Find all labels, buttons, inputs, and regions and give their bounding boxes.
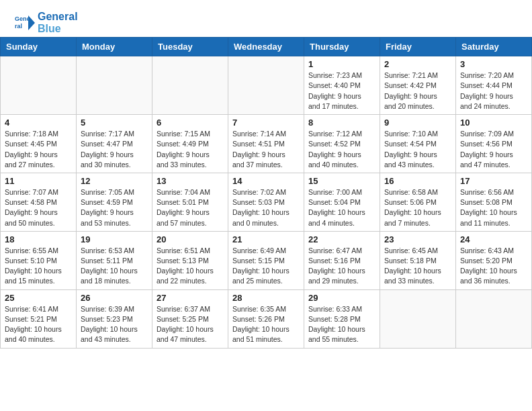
day-number: 22 xyxy=(308,234,375,244)
day-info: Sunrise: 6:51 AMSunset: 5:13 PMDaylight:… xyxy=(157,246,224,287)
day-info: Sunrise: 7:02 AMSunset: 5:03 PMDaylight:… xyxy=(232,187,300,228)
day-info: Sunrise: 7:10 AMSunset: 4:54 PMDaylight:… xyxy=(384,129,451,170)
day-number: 4 xyxy=(5,118,72,128)
calendar-cell: 22Sunrise: 6:47 AMSunset: 5:16 PMDayligh… xyxy=(304,231,380,289)
day-info: Sunrise: 7:18 AMSunset: 4:45 PMDaylight:… xyxy=(5,129,72,170)
calendar-cell: 9Sunrise: 7:10 AMSunset: 4:54 PMDaylight… xyxy=(380,115,456,173)
logo-icon: Gene ral xyxy=(13,11,36,34)
day-number: 20 xyxy=(157,234,224,244)
day-number: 21 xyxy=(232,234,300,244)
calendar-cell: 7Sunrise: 7:14 AMSunset: 4:51 PMDaylight… xyxy=(228,115,304,173)
weekday-header-wednesday: Wednesday xyxy=(228,38,304,56)
day-info: Sunrise: 7:17 AMSunset: 4:47 PMDaylight:… xyxy=(81,129,148,170)
calendar-cell: 14Sunrise: 7:02 AMSunset: 5:03 PMDayligh… xyxy=(228,173,304,231)
day-info: Sunrise: 6:43 AMSunset: 5:20 PMDaylight:… xyxy=(460,246,527,287)
calendar-cell: 13Sunrise: 7:04 AMSunset: 5:01 PMDayligh… xyxy=(152,173,228,231)
calendar-cell: 20Sunrise: 6:51 AMSunset: 5:13 PMDayligh… xyxy=(152,231,228,289)
day-number: 11 xyxy=(5,176,72,186)
calendar-cell: 16Sunrise: 6:58 AMSunset: 5:06 PMDayligh… xyxy=(380,173,456,231)
calendar-cell: 18Sunrise: 6:55 AMSunset: 5:10 PMDayligh… xyxy=(1,231,77,289)
calendar-cell xyxy=(1,56,77,115)
day-number: 15 xyxy=(308,176,375,186)
day-info: Sunrise: 6:53 AMSunset: 5:11 PMDaylight:… xyxy=(81,246,148,287)
calendar-cell: 29Sunrise: 6:33 AMSunset: 5:28 PMDayligh… xyxy=(304,289,380,348)
calendar-cell: 17Sunrise: 6:56 AMSunset: 5:08 PMDayligh… xyxy=(456,173,532,231)
calendar-cell xyxy=(456,289,532,348)
weekday-header-tuesday: Tuesday xyxy=(152,38,228,56)
page-header: Gene ral General Blue xyxy=(0,0,532,37)
day-info: Sunrise: 6:55 AMSunset: 5:10 PMDaylight:… xyxy=(5,246,72,287)
day-info: Sunrise: 7:15 AMSunset: 4:49 PMDaylight:… xyxy=(157,129,224,170)
calendar-cell: 4Sunrise: 7:18 AMSunset: 4:45 PMDaylight… xyxy=(1,115,77,173)
calendar-cell xyxy=(152,56,228,115)
logo-text: General Blue xyxy=(38,11,78,34)
calendar-cell: 6Sunrise: 7:15 AMSunset: 4:49 PMDaylight… xyxy=(152,115,228,173)
day-info: Sunrise: 6:39 AMSunset: 5:23 PMDaylight:… xyxy=(81,304,148,345)
day-number: 24 xyxy=(460,234,527,244)
weekday-header-row: SundayMondayTuesdayWednesdayThursdayFrid… xyxy=(1,38,532,56)
day-info: Sunrise: 6:49 AMSunset: 5:15 PMDaylight:… xyxy=(232,246,300,287)
day-number: 16 xyxy=(384,176,451,186)
day-number: 6 xyxy=(157,118,224,128)
week-row-4: 18Sunrise: 6:55 AMSunset: 5:10 PMDayligh… xyxy=(1,231,532,289)
day-number: 2 xyxy=(384,59,451,69)
calendar-cell xyxy=(228,56,304,115)
calendar-cell: 28Sunrise: 6:35 AMSunset: 5:26 PMDayligh… xyxy=(228,289,304,348)
calendar-cell: 2Sunrise: 7:21 AMSunset: 4:42 PMDaylight… xyxy=(380,56,456,115)
weekday-header-thursday: Thursday xyxy=(304,38,380,56)
calendar-cell xyxy=(380,289,456,348)
day-number: 25 xyxy=(5,293,72,303)
calendar-cell: 1Sunrise: 7:23 AMSunset: 4:40 PMDaylight… xyxy=(304,56,380,115)
day-number: 29 xyxy=(308,293,375,303)
day-number: 9 xyxy=(384,118,451,128)
day-number: 27 xyxy=(157,293,224,303)
calendar-cell: 8Sunrise: 7:12 AMSunset: 4:52 PMDaylight… xyxy=(304,115,380,173)
day-number: 23 xyxy=(384,234,451,244)
calendar-cell: 15Sunrise: 7:00 AMSunset: 5:04 PMDayligh… xyxy=(304,173,380,231)
weekday-header-friday: Friday xyxy=(380,38,456,56)
calendar-cell: 24Sunrise: 6:43 AMSunset: 5:20 PMDayligh… xyxy=(456,231,532,289)
calendar-cell: 10Sunrise: 7:09 AMSunset: 4:56 PMDayligh… xyxy=(456,115,532,173)
day-info: Sunrise: 6:47 AMSunset: 5:16 PMDaylight:… xyxy=(308,246,375,287)
day-info: Sunrise: 6:41 AMSunset: 5:21 PMDaylight:… xyxy=(5,304,72,345)
calendar-cell: 21Sunrise: 6:49 AMSunset: 5:15 PMDayligh… xyxy=(228,231,304,289)
day-number: 26 xyxy=(81,293,148,303)
calendar-cell: 23Sunrise: 6:45 AMSunset: 5:18 PMDayligh… xyxy=(380,231,456,289)
day-number: 19 xyxy=(81,234,148,244)
day-info: Sunrise: 7:23 AMSunset: 4:40 PMDaylight:… xyxy=(308,71,375,111)
weekday-header-monday: Monday xyxy=(77,38,152,56)
day-number: 8 xyxy=(308,118,375,128)
calendar-table: SundayMondayTuesdayWednesdayThursdayFrid… xyxy=(0,37,532,348)
logo: Gene ral General Blue xyxy=(13,11,78,34)
day-info: Sunrise: 7:20 AMSunset: 4:44 PMDaylight:… xyxy=(460,71,527,111)
day-number: 12 xyxy=(81,176,148,186)
calendar-cell: 25Sunrise: 6:41 AMSunset: 5:21 PMDayligh… xyxy=(1,289,77,348)
day-info: Sunrise: 6:37 AMSunset: 5:25 PMDaylight:… xyxy=(157,304,224,345)
week-row-3: 11Sunrise: 7:07 AMSunset: 4:58 PMDayligh… xyxy=(1,173,532,231)
day-number: 10 xyxy=(460,118,527,128)
day-number: 3 xyxy=(460,59,527,69)
day-number: 13 xyxy=(157,176,224,186)
day-number: 17 xyxy=(460,176,527,186)
day-info: Sunrise: 6:45 AMSunset: 5:18 PMDaylight:… xyxy=(384,246,451,287)
day-info: Sunrise: 7:07 AMSunset: 4:58 PMDaylight:… xyxy=(5,187,72,228)
calendar-cell: 11Sunrise: 7:07 AMSunset: 4:58 PMDayligh… xyxy=(1,173,77,231)
day-number: 7 xyxy=(232,118,300,128)
calendar-cell: 19Sunrise: 6:53 AMSunset: 5:11 PMDayligh… xyxy=(77,231,152,289)
weekday-header-saturday: Saturday xyxy=(456,38,532,56)
calendar-cell: 12Sunrise: 7:05 AMSunset: 4:59 PMDayligh… xyxy=(77,173,152,231)
calendar-cell: 3Sunrise: 7:20 AMSunset: 4:44 PMDaylight… xyxy=(456,56,532,115)
week-row-5: 25Sunrise: 6:41 AMSunset: 5:21 PMDayligh… xyxy=(1,289,532,348)
day-info: Sunrise: 6:56 AMSunset: 5:08 PMDaylight:… xyxy=(460,187,527,228)
weekday-header-sunday: Sunday xyxy=(1,38,77,56)
day-info: Sunrise: 7:21 AMSunset: 4:42 PMDaylight:… xyxy=(384,71,451,111)
svg-text:Gene: Gene xyxy=(15,15,30,22)
day-info: Sunrise: 7:05 AMSunset: 4:59 PMDaylight:… xyxy=(81,187,148,228)
day-info: Sunrise: 6:58 AMSunset: 5:06 PMDaylight:… xyxy=(384,187,451,228)
day-number: 18 xyxy=(5,234,72,244)
logo-lockup: Gene ral General Blue xyxy=(13,11,78,34)
day-info: Sunrise: 7:12 AMSunset: 4:52 PMDaylight:… xyxy=(308,129,375,170)
day-info: Sunrise: 6:35 AMSunset: 5:26 PMDaylight:… xyxy=(232,304,300,345)
day-info: Sunrise: 7:00 AMSunset: 5:04 PMDaylight:… xyxy=(308,187,375,228)
calendar-cell: 26Sunrise: 6:39 AMSunset: 5:23 PMDayligh… xyxy=(77,289,152,348)
